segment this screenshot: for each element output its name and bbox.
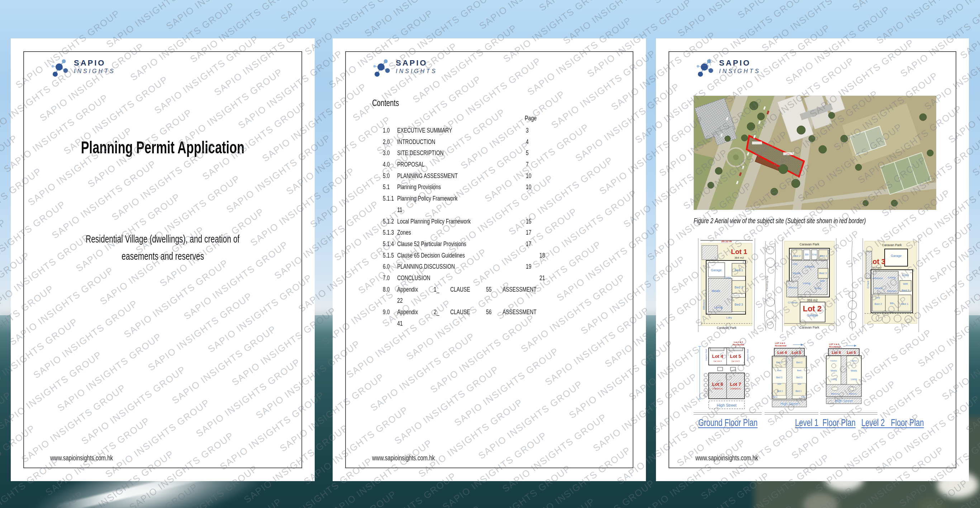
toc-row: 9.0Appendix2_CLAUSE56ASSESSMENT [332, 308, 646, 319]
svg-text:Meals: Meals [830, 369, 837, 372]
svg-text:Caravan Park: Caravan Park [716, 326, 737, 330]
svg-text:COMMERCIAL: COMMERCIAL [712, 388, 723, 390]
toc-entry-number: 3.0 [383, 149, 392, 157]
toc-entry-number: 8.0 [383, 286, 392, 294]
svg-text:Lot 5: Lot 5 [730, 354, 741, 359]
caption-level2-floor-plan: Level 2 Floor Plan [861, 418, 945, 429]
sapio-insights-logo: SAPIO INSIGHTS [51, 59, 158, 81]
contents-heading: Contents [372, 98, 408, 108]
document-page-figures: SAPIO INSIGHTS [656, 38, 969, 481]
svg-text:Bed 3: Bed 3 [797, 376, 803, 379]
svg-text:Kitchen: Kitchen [851, 360, 857, 362]
screenshot-root: SAPIO INSIGHTS Planning Permit Applicati… [0, 0, 980, 508]
svg-text:Caravan Park: Caravan Park [799, 325, 819, 329]
svg-text:Ens: Ens [812, 253, 817, 256]
brand-subtitle: INSIGHTS [396, 68, 437, 75]
svg-text:Passing bay: Passing bay [765, 276, 768, 291]
svg-text:Residential: Residential [733, 344, 744, 346]
toc-entry-title: PLANNING DISCUSSION [397, 263, 474, 270]
svg-text:Bath: Bath [797, 369, 802, 371]
brand-name: SAPIO [74, 59, 105, 68]
svg-text:Garage: Garage [807, 313, 818, 317]
toc-row: 1.0EXECUTIVE SUMMARY3 [332, 127, 646, 138]
toc-entry-number: 5.1.5 [383, 251, 398, 259]
svg-text:Meals: Meals [874, 287, 882, 290]
svg-text:LOT 4 & 5: LOT 4 & 5 [829, 343, 840, 345]
toc-entry-page: 4 [526, 138, 530, 146]
svg-text:Bed 1: Bed 1 [777, 390, 783, 392]
toc-entry-number: 5.1.4 [383, 240, 398, 248]
svg-text:Living: Living [803, 282, 810, 285]
svg-text:Bed 3: Bed 3 [776, 376, 783, 379]
svg-text:Lot 5: Lot 5 [846, 350, 856, 355]
svg-text:Bed 1: Bed 1 [796, 390, 802, 392]
svg-text:High Street: High Street [835, 399, 853, 403]
toc-entry-title: Planning Policy Framework [397, 195, 477, 202]
svg-text:Bed 3: Bed 3 [819, 271, 827, 275]
toc-entry-page: 21 [539, 274, 547, 282]
level2-floor-plan-drawing: LOT 4 & 5 Residential Lot 4 Lot 5 Kitche… [822, 342, 865, 411]
toc-row: 5.1Planning Provisions10 [332, 183, 646, 195]
toc-entry-number: 5.1 [383, 183, 392, 191]
footer-url[interactable]: www.sapioinsights.com.hk [50, 454, 134, 462]
brand-name: SAPIO [396, 59, 427, 68]
svg-text:C/Yard: C/Yard [788, 301, 797, 304]
toc-entry-page: 10 [526, 183, 533, 191]
toc-entry-number: 5.1.1 [383, 195, 398, 202]
floor-plan-lot3: Caravan Park Garage Lot 3 372 m2 C/Yard … [861, 238, 921, 332]
footer-url[interactable]: www.sapioinsights.com.hk [372, 454, 456, 462]
level1-floor-plan-drawing: LOT 4 & 5 Residential Lot 4 Lot 5 Bed 2 … [768, 341, 811, 412]
toc-entry-page: 7 [526, 160, 530, 168]
svg-text:High Street: High Street [780, 402, 798, 406]
toc-row: 8.0Appendix1_CLAUSE55ASSESSMENT [332, 286, 646, 297]
svg-text:Lot 7: Lot 7 [730, 381, 741, 387]
toc-entry-title: Clause 52 Particular Provisions [397, 240, 489, 248]
toc-row: 5.1.5Clause 65 Decision Guidelines18 [332, 251, 646, 263]
svg-text:Bed 2: Bed 2 [875, 302, 882, 306]
svg-text:Meals: Meals [792, 271, 800, 275]
toc-entry-page: 17 [526, 240, 533, 248]
svg-text:Car Unit 4: Car Unit 4 [714, 360, 722, 362]
toc-entry-page: 3 [526, 127, 530, 134]
toc-entry-page: 5 [526, 149, 530, 157]
svg-text:Living: Living [714, 306, 722, 309]
svg-text:Bath: Bath [777, 369, 781, 371]
brand-subtitle: INSIGHTS [719, 68, 760, 75]
svg-text:372 m2: 372 m2 [872, 266, 882, 270]
svg-text:20.12 m: 20.12 m [721, 240, 732, 243]
svg-text:Bed 1: Bed 1 [820, 254, 827, 257]
svg-text:Kitchen: Kitchen [887, 289, 897, 293]
svg-text:Bed 2: Bed 2 [776, 361, 783, 364]
svg-text:Bth: Bth [890, 302, 894, 305]
svg-text:WIR: WIR [903, 283, 908, 285]
toc-entry-number: 5.0 [383, 172, 392, 180]
ground-line [765, 412, 818, 414]
floor-plan-lot1: 20.12 m Lot 1 364 m2 Garage Entry Bed 1 … [696, 238, 757, 332]
svg-text:Living: Living [888, 276, 896, 279]
svg-text:Meals: Meals [711, 289, 721, 293]
toc-entry-number: 2.0 [383, 138, 392, 146]
toc-row: 5.0PLANNING ASSESSMENT10 [332, 172, 646, 183]
toc-entry-number: 5.1.2 [383, 217, 398, 225]
svg-text:Alfresco: Alfresco [872, 276, 883, 280]
footer-url[interactable]: www.sapioinsights.com.hk [695, 454, 779, 462]
svg-text:Residential: Residential [829, 346, 840, 348]
svg-text:Balcony: Balcony [849, 393, 856, 395]
svg-text:High Street: High Street [716, 403, 736, 407]
svg-text:Entry: Entry [724, 276, 731, 279]
ground-line [694, 412, 762, 414]
toc-entry-title: Clause 65 Decision Guidelines [397, 251, 487, 259]
toc-entry-number: 5.1.3 [383, 229, 398, 237]
toc-row: 7.0CONCLUSION21 [332, 274, 646, 286]
svg-text:Entry: Entry [815, 287, 822, 290]
toc-entry-number: 1.0 [383, 127, 392, 134]
aerial-photo [694, 96, 936, 210]
toc-entry-page: 41 [397, 319, 405, 327]
toc-row-wrapped-page: 11 [332, 206, 646, 217]
svg-text:359 m2: 359 m2 [807, 298, 818, 302]
svg-text:Bed 2: Bed 2 [735, 286, 743, 289]
svg-text:Bed 1: Bed 1 [735, 268, 743, 272]
svg-text:Lot 6: Lot 6 [712, 381, 723, 387]
svg-text:Car Unit 5: Car Unit 5 [732, 360, 740, 362]
svg-text:Bed 2: Bed 2 [793, 254, 801, 257]
